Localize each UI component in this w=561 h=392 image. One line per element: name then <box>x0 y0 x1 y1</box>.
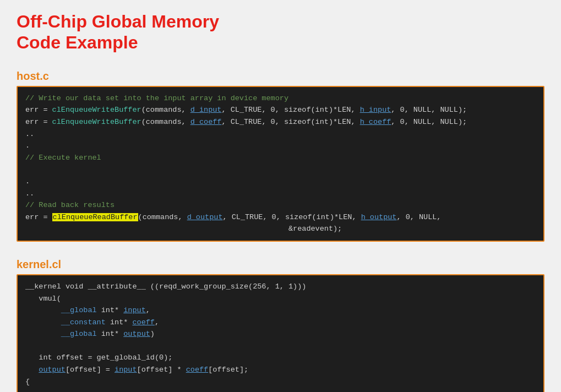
title-line2: Code Example <box>17 32 138 52</box>
title-line1: Off-Chip Global Memory <box>17 12 219 31</box>
host-label: host.c <box>17 70 544 83</box>
kernel-label: kernel.cl <box>17 258 544 271</box>
main-container: Off-Chip Global Memory Code Example host… <box>0 0 561 392</box>
host-section: host.c // Write our data set into the in… <box>17 70 544 242</box>
host-code-box: // Write our data set into the input arr… <box>17 86 544 242</box>
kernel-section: kernel.cl __kernel void __attribute__ ((… <box>17 258 544 392</box>
kernel-code-box: __kernel void __attribute__ ((reqd_work_… <box>17 274 544 392</box>
page-title: Off-Chip Global Memory Code Example <box>17 11 544 53</box>
